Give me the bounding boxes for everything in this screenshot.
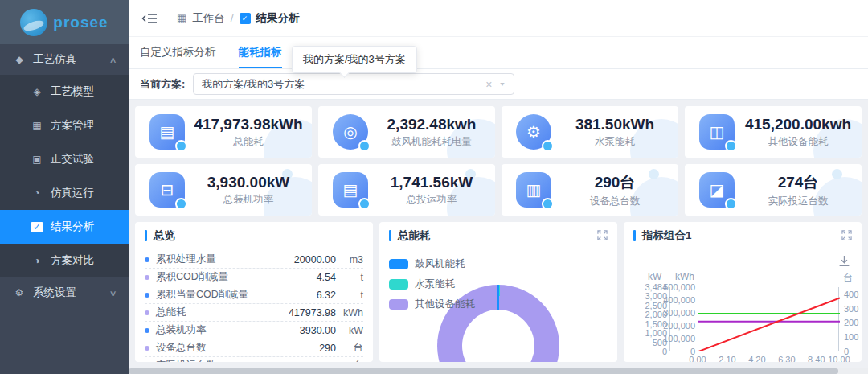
kpi-value: 3,930.00kW	[185, 174, 312, 191]
kpi-label: 鼓风机能耗耗电量	[368, 135, 495, 149]
overview-unit: t	[341, 272, 363, 283]
sidebar-item-label: 系统设置	[33, 286, 110, 300]
kpi-card[interactable]: ▤1,741.56kW总投运功率	[318, 164, 495, 216]
blower-icon: ◎	[333, 114, 368, 150]
legend-swatch	[389, 279, 408, 290]
kpi-value: 290台	[551, 172, 678, 193]
x-tick: 8.40	[808, 355, 825, 362]
kpi-label: 其他设备能耗	[735, 135, 862, 149]
sidebar-item-label: 正交试验	[51, 152, 116, 166]
fullscreen-icon[interactable]	[597, 230, 608, 240]
overview-label: 设备总台数	[156, 341, 319, 355]
kpi-card[interactable]: ◎2,392.48kwh鼓风机能耗耗电量	[318, 106, 495, 158]
chevron-down-icon[interactable]: ▼	[498, 81, 506, 88]
sidebar-item-6[interactable]: ◑方案对比	[0, 244, 129, 277]
grid-icon: ▦	[31, 120, 43, 131]
kpi-card[interactable]: ⊟3,930.00kW总装机功率	[135, 164, 312, 216]
axis-title-kW: kW	[648, 271, 661, 282]
plan-select-value: 我的方案/我的3号方案	[202, 77, 485, 92]
overview-row: 累积当量COD削减量6.32t	[145, 286, 363, 304]
cube-icon: ◆	[13, 54, 26, 65]
installed-power-icon: ⊟	[149, 172, 185, 208]
plan-select[interactable]: 我的方案/我的3号方案 × ▼	[193, 73, 514, 95]
collapse-sidebar-icon[interactable]	[141, 13, 158, 24]
overview-unit: t	[341, 290, 363, 301]
workbench-grid-icon: ▦	[177, 12, 186, 24]
legend-item-0[interactable]: 鼓风机能耗	[389, 257, 475, 271]
caret-up-icon: ∧	[108, 55, 117, 64]
energy-panel-header: 总能耗	[379, 222, 617, 249]
kpi-value: 417,973.98kWh	[185, 116, 312, 134]
bullet-icon	[145, 257, 149, 262]
line-chart[interactable]: kWkWh台3,4843,0002,5002,0001,5001,0005000…	[624, 250, 862, 362]
x-tick: 4.20	[748, 355, 765, 362]
y-tick: 300	[844, 304, 858, 314]
pie-icon: ◑	[31, 255, 43, 266]
tab-1[interactable]: 能耗指标	[239, 37, 282, 68]
sidebar-item-label: 工艺模型	[51, 84, 116, 99]
tab-0[interactable]: 自定义指标分析	[140, 37, 216, 68]
sidebar-item-2[interactable]: ▦方案管理	[0, 109, 129, 142]
kpi-card[interactable]: ▥290台设备总台数	[502, 164, 678, 216]
whale-logo-icon	[20, 9, 47, 36]
overview-row: 累积处理水量20000.00m3	[145, 251, 363, 269]
app-window: prosee ◆工艺仿真∧◈工艺模型▦方案管理▣正交试验◔仿真运行✓结果分析◑方…	[0, 0, 868, 374]
monitor-icon: ◪	[699, 172, 735, 208]
fullscreen-icon[interactable]	[841, 230, 852, 240]
current-plan-label: 当前方案:	[140, 77, 185, 92]
overview-row: 总装机功率3930.00kW	[145, 322, 363, 339]
legend-item-2[interactable]: 其他设备能耗	[389, 298, 475, 311]
topbar: ▦ 工作台 / ✓ 结果分析	[129, 0, 868, 37]
overview-unit: 台	[341, 359, 363, 362]
breadcrumb-workbench[interactable]: 工作台	[192, 11, 225, 26]
clear-icon[interactable]: ×	[485, 78, 492, 91]
y-tick: 400,000	[663, 295, 695, 305]
kpi-card[interactable]: ◪274台实际投运台数	[685, 164, 862, 216]
sidebar-item-5[interactable]: ✓结果分析	[0, 210, 129, 244]
axis-title-台: 台	[843, 271, 853, 285]
legend-item-1[interactable]: 水泵能耗	[389, 277, 475, 291]
kpi-label: 总能耗	[185, 135, 312, 149]
kpi-card[interactable]: ▤417,973.98kWh总能耗	[135, 106, 312, 158]
kpi-value: 2,392.48kwh	[368, 116, 495, 134]
overview-unit: m3	[341, 254, 363, 265]
kpi-card[interactable]: ◫415,200.00kwh其他设备能耗	[685, 106, 862, 158]
overview-value: 4.54	[317, 272, 336, 283]
y-tick: 500,000	[663, 282, 695, 292]
x-tick: 6.30	[778, 355, 795, 362]
sidebar: prosee ◆工艺仿真∧◈工艺模型▦方案管理▣正交试验◔仿真运行✓结果分析◑方…	[0, 0, 129, 374]
sidebar-item-0[interactable]: ◆工艺仿真∧	[0, 44, 129, 75]
donut-legend: 鼓风机能耗水泵能耗其他设备能耗	[389, 257, 475, 311]
kpi-card[interactable]: ⚙381.50kWh水泵能耗	[502, 106, 678, 158]
overview-unit: kW	[341, 325, 363, 336]
kpi-text: 290台设备总台数	[551, 172, 678, 208]
sidebar-item-4[interactable]: ◔仿真运行	[0, 176, 129, 210]
overview-unit: 台	[341, 341, 363, 355]
energy-doc-icon: ▤	[149, 114, 185, 150]
sidebar-item-label: 方案对比	[51, 253, 116, 268]
content: ▤417,973.98kWh总能耗◎2,392.48kwh鼓风机能耗耗电量⚙38…	[129, 100, 868, 368]
overview-label: 总能耗	[156, 306, 289, 319]
y-tick: 200	[844, 318, 858, 327]
scrollbar-thumb[interactable]	[129, 368, 838, 374]
sidebar-item-7[interactable]: ⚙系统设置∨	[0, 277, 129, 308]
overview-value: 20000.00	[294, 254, 336, 265]
overview-label: 累积COD削减量	[156, 270, 317, 284]
download-icon[interactable]	[838, 255, 850, 267]
overview-value: 3930.00	[300, 325, 336, 336]
filter-row: 当前方案: 我的方案/我的3号方案 × ▼	[129, 69, 868, 100]
title-accent-bar	[389, 230, 391, 241]
energy-title: 总能耗	[398, 228, 597, 243]
bullet-icon	[145, 328, 149, 333]
kpi-text: 274台实际投运台数	[735, 172, 862, 208]
indicator-panel: 指标组合1 kWkWh台3,4843,0002,5002,0001,5001,0…	[624, 222, 862, 362]
sidebar-item-1[interactable]: ◈工艺模型	[0, 75, 129, 109]
sidebar-item-3[interactable]: ▣正交试验	[0, 142, 129, 176]
pump-icon: ⚙	[516, 114, 551, 150]
legend-swatch	[389, 259, 408, 269]
overview-value: 6.32	[317, 290, 336, 301]
overview-title: 总览	[154, 228, 363, 243]
logo[interactable]: prosee	[0, 0, 129, 44]
kpi-label: 总投运功率	[368, 193, 495, 207]
energy-panel: 总能耗 鼓风机能耗水泵能耗其他设备能耗	[379, 222, 617, 362]
